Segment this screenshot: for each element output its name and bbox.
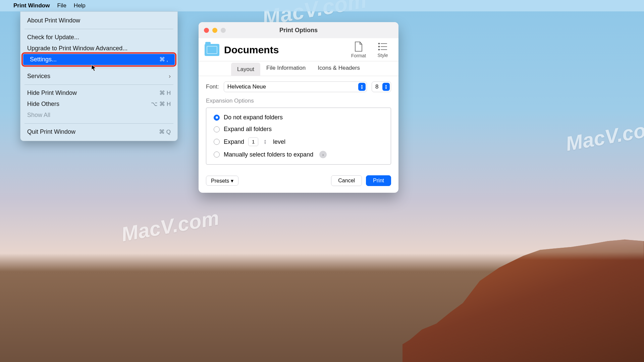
list-icon [378,42,388,51]
radio-icon [214,139,220,145]
svg-point-0 [379,43,380,44]
app-menu-dropdown: About Print Window Check for Update... U… [20,11,178,141]
watermark: MacV.com [119,206,221,246]
font-size-select[interactable]: 8 ▲▼ [372,81,391,92]
chevron-right-icon: › [169,73,171,80]
updown-icon: ▲▼ [358,83,366,91]
page-icon [354,42,363,52]
font-size-value: 8 [375,83,378,90]
radio-expand-level[interactable]: Expand 1 ▲▼ level [214,137,383,146]
menu-quit[interactable]: Quit Print Window ⌘ Q [20,126,177,137]
folder-icon [205,44,219,56]
radio-icon [214,152,220,158]
svg-point-4 [379,49,380,50]
updown-icon: ▲▼ [382,83,390,91]
font-select[interactable]: Helvetica Neue ▲▼ [224,81,367,92]
tab-file-information[interactable]: File Information [260,61,312,76]
page-title: Documents [224,44,344,56]
chevron-right-icon[interactable]: › [319,151,327,158]
radio-expand-all[interactable]: Expand all folders [214,126,383,133]
menu-settings[interactable]: Settings... ⌘ , [23,54,175,65]
print-button[interactable]: Print [366,175,391,186]
menubar: Print Window File Help [0,0,644,11]
font-label: Font: [206,83,219,90]
titlebar[interactable]: Print Options [199,22,398,38]
app-menu[interactable]: Print Window [13,2,50,9]
menu-separator [24,29,173,29]
menu-show-all: Show All [20,110,177,121]
cursor-icon [91,64,97,72]
watermark: MacV.com [564,116,644,156]
shortcut-label: ⌘ Q [159,128,171,135]
radio-icon [214,115,220,121]
tabbar: Layout File Information Icons & Headers [199,61,398,76]
tab-layout[interactable]: Layout [231,63,260,76]
presets-button[interactable]: Presets ▾ [206,176,238,186]
expansion-section-label: Expansion Options [206,98,391,104]
menu-hide-app[interactable]: Hide Print Window ⌘ H [20,87,177,99]
window-title: Print Options [199,27,398,34]
desktop-rock [402,215,644,362]
stepper-icon[interactable]: ▲▼ [264,139,269,144]
radio-icon [214,126,220,132]
radio-no-expand[interactable]: Do not expand folders [214,114,383,121]
menu-separator [24,68,173,68]
menu-hide-others[interactable]: Hide Others ⌥ ⌘ H [20,99,177,110]
menu-services[interactable]: Services › [20,71,177,82]
radio-manual-select[interactable]: Manually select folders to expand › [214,151,383,158]
svg-point-2 [379,46,380,47]
format-button[interactable]: Format [349,42,368,58]
menu-help[interactable]: Help [74,2,86,9]
menu-about[interactable]: About Print Window [20,15,177,26]
cancel-button[interactable]: Cancel [331,175,362,186]
tab-icons-headers[interactable]: Icons & Headers [312,61,366,76]
menu-upgrade[interactable]: Upgrade to Print Window Advanced... [20,43,177,54]
expansion-group: Do not expand folders Expand all folders… [206,108,391,165]
level-input[interactable]: 1 [248,137,258,146]
style-button[interactable]: Style [373,42,392,58]
menu-separator [24,84,173,85]
menu-file[interactable]: File [57,2,66,9]
menu-check-update[interactable]: Check for Update... [20,32,177,43]
print-options-dialog: Print Options Documents Format Style Lay… [199,22,398,193]
menu-separator [24,123,173,124]
shortcut-label: ⌥ ⌘ H [151,101,171,108]
shortcut-label: ⌘ H [159,89,171,97]
font-select-value: Helvetica Neue [227,83,266,90]
shortcut-label: ⌘ , [159,56,168,63]
